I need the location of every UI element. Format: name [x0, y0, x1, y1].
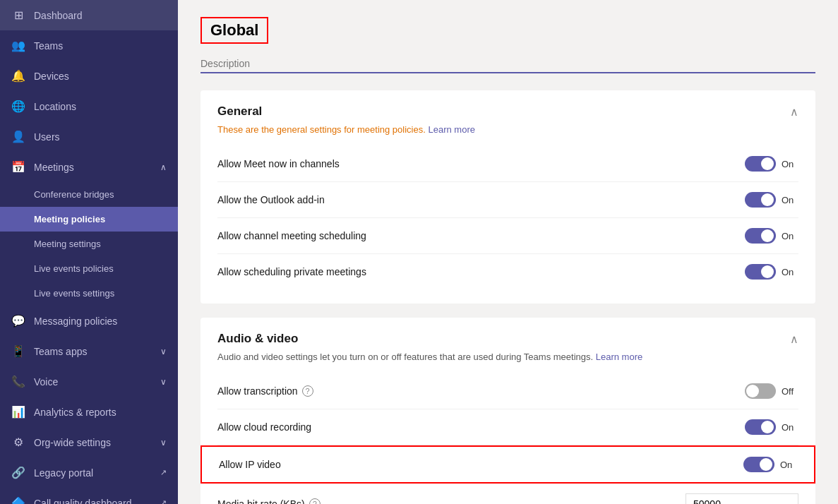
- toggle-label: On: [782, 231, 798, 241]
- sidebar-subitem-live-events-settings[interactable]: Live events settings: [0, 281, 178, 306]
- subitem-label: Meeting policies: [34, 214, 105, 224]
- general-section-desc: These are the general settings for meeti…: [217, 124, 798, 135]
- setting-control: On: [745, 264, 798, 280]
- general-section: General These are the general settings f…: [200, 90, 815, 304]
- setting-label: Allow transcription ?: [217, 385, 745, 397]
- chevron-down-icon: ∨: [160, 377, 167, 387]
- setting-allow-private-meetings: Allow scheduling private meetings On: [217, 254, 798, 289]
- sidebar-item-devices[interactable]: 🔔 Devices: [0, 61, 178, 91]
- meetings-icon: 📅: [11, 160, 25, 174]
- sidebar-item-label: Meetings: [34, 162, 152, 173]
- sidebar-item-label: Devices: [34, 71, 167, 82]
- sidebar-item-messaging-policies[interactable]: 💬 Messaging policies: [0, 306, 178, 336]
- general-collapse-icon[interactable]: [790, 105, 798, 119]
- toggle-allow-transcription[interactable]: [745, 383, 776, 399]
- sidebar-item-teams-apps[interactable]: 📱 Teams apps ∨: [0, 336, 178, 366]
- setting-media-bit-rate: Media bit rate (KBs) ?: [217, 484, 798, 504]
- sidebar-subitem-meeting-policies[interactable]: Meeting policies: [0, 207, 178, 232]
- audio-video-section-header: Audio & video: [217, 332, 798, 346]
- sidebar-item-meetings[interactable]: 📅 Meetings ∧: [0, 152, 178, 182]
- setting-label: Allow cloud recording: [217, 421, 745, 433]
- sidebar-subitem-conference-bridges[interactable]: Conference bridges: [0, 182, 178, 207]
- dashboard-icon: ⊞: [11, 8, 25, 22]
- call-quality-icon: 🔷: [11, 496, 25, 504]
- setting-control: On: [745, 156, 798, 172]
- general-section-title: General: [217, 104, 262, 119]
- sidebar-subitem-meeting-settings[interactable]: Meeting settings: [0, 232, 178, 256]
- sidebar-item-label: Legacy portal: [34, 467, 152, 479]
- audio-video-collapse-icon[interactable]: [790, 332, 798, 346]
- sidebar-item-call-quality-dashboard[interactable]: 🔷 Call quality dashboard ↗: [0, 488, 178, 504]
- setting-label: Media bit rate (KBs) ?: [217, 498, 686, 504]
- setting-allow-ip-video: Allow IP video On: [200, 445, 815, 484]
- sidebar-item-label: Messaging policies: [34, 316, 167, 327]
- audio-video-section-desc: Audio and video settings let you turn on…: [217, 352, 798, 362]
- teams-icon: 👥: [11, 39, 25, 52]
- setting-allow-channel-meeting: Allow channel meeting scheduling On: [217, 218, 798, 254]
- sidebar-item-legacy-portal[interactable]: 🔗 Legacy portal ↗: [0, 457, 178, 488]
- setting-control: [686, 493, 798, 504]
- setting-control: Off: [745, 383, 798, 399]
- sidebar-item-label: Call quality dashboard: [34, 498, 152, 505]
- media-bit-rate-help-icon[interactable]: ?: [309, 498, 321, 504]
- main-content: Global General These are the general set…: [178, 0, 838, 504]
- chevron-down-icon: ∨: [160, 438, 167, 448]
- setting-label: Allow IP video: [219, 459, 743, 470]
- audio-video-section: Audio & video Audio and video settings l…: [200, 318, 815, 504]
- sidebar-item-teams[interactable]: 👥 Teams: [0, 30, 178, 61]
- setting-control: On: [743, 457, 797, 472]
- org-settings-icon: ⚙: [11, 436, 25, 449]
- audio-video-section-title: Audio & video: [217, 332, 298, 346]
- sidebar-item-label: Users: [34, 131, 167, 143]
- page-title: Global: [210, 21, 258, 40]
- toggle-allow-cloud-recording[interactable]: [745, 419, 776, 435]
- general-learn-more-link[interactable]: Learn more: [428, 124, 474, 135]
- sidebar-item-label: Teams: [34, 40, 167, 52]
- sidebar-item-locations[interactable]: 🌐 Locations: [0, 91, 178, 121]
- external-link-icon: ↗: [160, 468, 167, 477]
- sidebar-item-analytics-reports[interactable]: 📊 Analytics & reports: [0, 397, 178, 427]
- chevron-up-icon: ∧: [160, 162, 167, 172]
- subitem-label: Meeting settings: [34, 239, 101, 249]
- transcription-help-icon[interactable]: ?: [302, 385, 313, 397]
- sidebar-subitem-live-events-policies[interactable]: Live events policies: [0, 256, 178, 281]
- media-bit-rate-input[interactable]: [686, 493, 798, 504]
- audio-video-learn-more-link[interactable]: Learn more: [596, 352, 642, 362]
- toggle-label: Off: [782, 386, 798, 397]
- devices-icon: 🔔: [11, 69, 25, 83]
- analytics-icon: 📊: [11, 405, 25, 419]
- toggle-label: On: [782, 159, 798, 169]
- sidebar-item-org-wide-settings[interactable]: ⚙ Org-wide settings ∨: [0, 427, 178, 457]
- toggle-allow-meet-now[interactable]: [745, 156, 776, 172]
- toggle-allow-channel-meeting[interactable]: [745, 228, 776, 244]
- teams-apps-icon: 📱: [11, 344, 25, 358]
- sidebar: ⊞ Dashboard 👥 Teams 🔔 Devices 🌐 Location…: [0, 0, 178, 504]
- toggle-allow-private-meetings[interactable]: [745, 264, 776, 280]
- toggle-allow-ip-video[interactable]: [743, 457, 774, 472]
- setting-allow-cloud-recording: Allow cloud recording On: [217, 409, 798, 445]
- subitem-label: Live events policies: [34, 263, 114, 274]
- setting-label: Allow scheduling private meetings: [217, 266, 745, 277]
- description-input[interactable]: [200, 55, 815, 73]
- setting-allow-meet-now: Allow Meet now in channels On: [217, 146, 798, 182]
- sidebar-item-dashboard[interactable]: ⊞ Dashboard: [0, 0, 178, 30]
- sidebar-item-label: Teams apps: [34, 346, 152, 357]
- sidebar-item-label: Analytics & reports: [34, 407, 167, 418]
- legacy-portal-icon: 🔗: [11, 466, 25, 479]
- subitem-label: Live events settings: [34, 288, 114, 299]
- setting-label: Allow channel meeting scheduling: [217, 230, 745, 241]
- general-section-header: General: [217, 104, 798, 119]
- chevron-down-icon: ∨: [160, 347, 167, 356]
- sidebar-item-label: Org-wide settings: [34, 437, 152, 448]
- subitem-label: Conference bridges: [34, 189, 114, 200]
- sidebar-item-users[interactable]: 👤 Users: [0, 121, 178, 152]
- toggle-label: On: [782, 195, 798, 205]
- locations-icon: 🌐: [11, 100, 25, 113]
- users-icon: 👤: [11, 130, 25, 143]
- setting-control: On: [745, 419, 798, 435]
- setting-allow-transcription: Allow transcription ? Off: [217, 373, 798, 409]
- sidebar-item-voice[interactable]: 📞 Voice ∨: [0, 366, 178, 397]
- toggle-label: On: [780, 460, 797, 470]
- toggle-allow-outlook-addin[interactable]: [745, 192, 776, 208]
- setting-label: Allow Meet now in channels: [217, 158, 745, 169]
